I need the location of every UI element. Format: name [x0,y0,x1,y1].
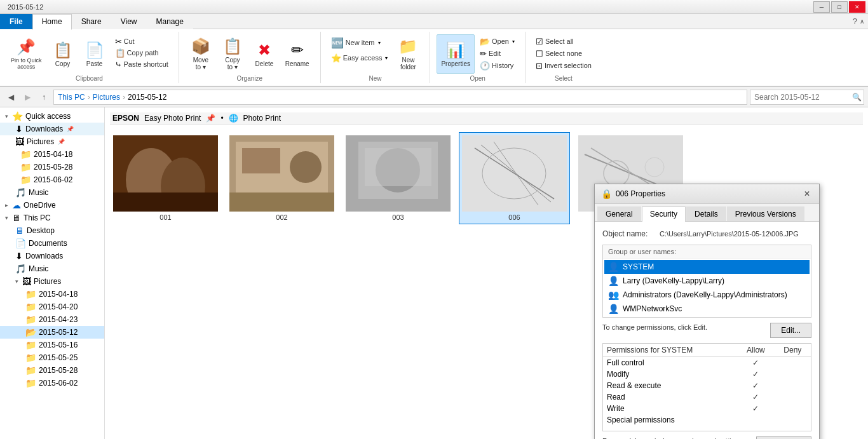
open-button[interactable]: 📂 Open ▾ [476,36,519,47]
minimize-button[interactable]: ─ [813,1,830,13]
music2-icon: 🎵 [15,264,26,274]
modal-tab-general[interactable]: General [597,206,641,221]
sidebar-item-date-2[interactable]: 📁 2015-05-28 [0,161,104,173]
sidebar-quick-access[interactable]: ▾ ⭐ Quick access [0,110,104,123]
new-folder-button[interactable]: 📁 Newfolder [393,34,423,74]
date-folder-1: 2015-04-18 [34,150,72,159]
user-name-system: SYSTEM [623,262,654,271]
properties-button[interactable]: 📊 Properties [437,34,475,74]
svg-rect-12 [365,148,431,186]
cut-button[interactable]: ✂ Cut [111,36,172,47]
sidebar-item-downloads-quick[interactable]: ⬇ Downloads 📌 [0,123,104,135]
sidebar-item-documents[interactable]: 📄 Documents [0,237,104,250]
pin-label: Pin to Quickaccess [11,57,42,70]
sidebar-item-downloads[interactable]: ⬇ Downloads [0,250,104,262]
up-button[interactable]: ↑ [37,90,51,104]
easy-access-button[interactable]: ⭐ Easy access ▾ [327,51,392,65]
user-item-larry[interactable]: 👤 Larry (DaveKelly-Lappy\Larry) [604,274,810,288]
sidebar-item-date-1[interactable]: 📁 2015-04-18 [0,148,104,161]
sidebar-item-2015-04-23[interactable]: 📁 2015-04-23 [0,313,104,326]
path-segment-pc[interactable]: This PC [58,93,85,102]
advanced-note: For special permissions or advanced sett… [602,436,751,439]
edit-permissions-button[interactable]: Edit... [770,323,811,338]
desktop-icon: 🖥 [15,226,24,236]
advanced-button[interactable]: Advanced [756,436,811,439]
back-button[interactable]: ◀ [4,90,18,104]
sidebar-item-pictures[interactable]: ▾ 🖼 Pictures [0,275,104,288]
modal-title: 006 Properties [612,189,801,198]
copy-to-button[interactable]: 📋 Copyto ▾ [217,34,248,74]
copy-button[interactable]: 📋 Copy [48,34,78,74]
new-item-button[interactable]: 🆕 New item ▾ [327,36,392,50]
invert-selection-button[interactable]: ⊡ Invert selection [532,60,595,71]
deny-write [775,403,811,414]
window-controls: ─ □ ✕ [813,0,865,13]
edit-button[interactable]: ✏ Edit [476,48,519,59]
sidebar-item-music[interactable]: 🎵 Music [0,262,104,275]
copy-path-button[interactable]: 📋 Copy path [111,47,172,58]
thumb-001[interactable]: 001 [110,132,221,224]
tab-home[interactable]: Home [32,14,72,30]
thumb-img-003 [346,135,451,212]
thumb-003[interactable]: 003 [342,132,454,224]
delete-button[interactable]: ✖ Delete [249,34,280,74]
sidebar-item-2015-06-02[interactable]: 📁 2015-06-02 [0,377,104,389]
sidebar-item-2015-05-25[interactable]: 📁 2015-05-25 [0,351,104,364]
search-input[interactable] [750,90,864,105]
date-folder-2: 2015-05-28 [34,163,72,172]
sidebar-item-date-3[interactable]: 📁 2015-06-02 [0,173,104,186]
folder-icon: 📁 [25,314,36,325]
tab-manage[interactable]: Manage [147,14,193,29]
modal-close-button[interactable]: ✕ [801,188,813,199]
history-button[interactable]: 🕐 History [476,60,519,71]
user-icon-wmpnetwork: 👤 [608,304,619,314]
tab-share[interactable]: Share [72,14,111,29]
select-all-button[interactable]: ☑ Select all [532,36,595,47]
user-icon-admins: 👥 [608,290,619,300]
object-name-label: Object name: [602,229,660,238]
rename-button[interactable]: ✏ Rename [281,34,314,74]
deny-read [775,391,811,403]
sidebar-item-desktop[interactable]: 🖥 Desktop [0,224,104,237]
tab-file[interactable]: File [0,14,32,29]
sidebar-item-2015-04-20[interactable]: 📁 2015-04-20 [0,301,104,313]
folder-icon: 📁 [20,149,31,159]
paste-button[interactable]: 📄 Paste [79,34,110,74]
select-none-button[interactable]: ☐ Select none [532,48,595,59]
allow-read: ✓ [737,391,774,403]
modal-tab-previous-versions[interactable]: Previous Versions [727,206,804,221]
sidebar-item-onedrive[interactable]: ▸ ☁ OneDrive [0,199,104,212]
sidebar-item-2015-05-16[interactable]: 📁 2015-05-16 [0,339,104,351]
sidebar-item-music-quick[interactable]: 🎵 Music [0,186,104,199]
sidebar-item-2015-04-18[interactable]: 📁 2015-04-18 [0,288,104,301]
user-item-system[interactable]: 👤 SYSTEM [604,260,810,274]
user-item-wmpnetwork[interactable]: 👤 WMPNetworkSvc [604,302,810,316]
folder-icon: 📁 [25,302,36,312]
user-item-admins[interactable]: 👥 Administrators (DaveKelly-Lappy\Admini… [604,288,810,302]
thumb-002[interactable]: 002 [226,132,337,224]
modal-tab-details[interactable]: Details [686,206,726,221]
close-button[interactable]: ✕ [849,1,865,13]
forward-button[interactable]: ▶ [20,90,34,104]
modal-tab-security[interactable]: Security [642,206,686,222]
documents-label: Documents [29,239,67,248]
svg-point-7 [290,151,322,183]
documents-icon: 📄 [15,238,26,248]
pin-quick-access-button[interactable]: 📌 Pin to Quickaccess [6,34,46,74]
select-none-icon: ☐ [536,49,543,58]
address-path[interactable]: This PC › Pictures › 2015-05-12 [53,90,747,105]
deny-modify [775,368,811,380]
sidebar-item-pictures-quick[interactable]: 🖼 Pictures 📌 [0,135,104,148]
thumb-006[interactable]: 006 [459,132,570,224]
sidebar-item-2015-05-28[interactable]: 📁 2015-05-28 [0,364,104,377]
move-to-button[interactable]: 📦 Moveto ▾ [186,34,216,74]
path-segment-pictures[interactable]: Pictures [93,93,120,102]
maximize-button[interactable]: □ [831,1,848,13]
tab-view[interactable]: View [111,14,147,29]
pics-label: Pictures [34,277,61,286]
paste-shortcut-button[interactable]: ⤷ Paste shortcut [111,58,172,70]
user-icon-system: 👤 [608,262,619,272]
sidebar-item-2015-05-12[interactable]: 📂 2015-05-12 [0,326,104,339]
thumb-img-svg-001 [113,135,218,212]
sidebar-item-thispc[interactable]: ▾ 🖥 This PC [0,212,104,224]
